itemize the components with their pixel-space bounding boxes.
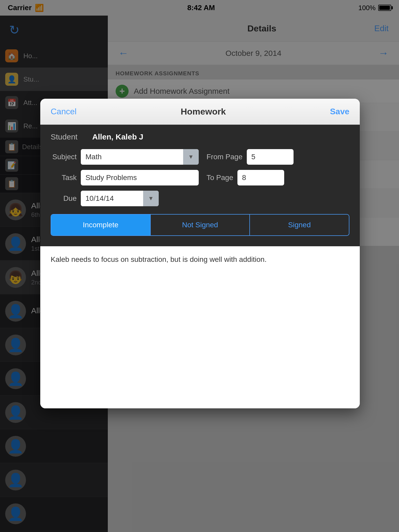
- task-input[interactable]: [81, 170, 199, 185]
- status-tabs: Incomplete Not Signed Signed: [51, 214, 349, 236]
- subject-row: Subject ▼: [51, 149, 199, 165]
- task-row: Task: [51, 170, 199, 185]
- from-page-row: From Page: [207, 149, 349, 165]
- task-label: Task: [51, 174, 77, 182]
- to-page-row: To Page: [207, 170, 349, 185]
- due-dropdown-arrow[interactable]: ▼: [143, 191, 159, 206]
- student-field-label: Student: [51, 132, 92, 141]
- subject-input[interactable]: [81, 149, 183, 165]
- modal-body: Student Allen, Kaleb J Subject ▼ From Pa…: [40, 125, 360, 246]
- modal-header: Cancel Homework Save: [40, 99, 360, 125]
- due-row: Due ▼: [51, 191, 199, 206]
- due-label: Due: [51, 194, 77, 203]
- modal-student-row: Student Allen, Kaleb J: [51, 132, 349, 141]
- from-page-label: From Page: [207, 153, 243, 161]
- student-field-value: Allen, Kaleb J: [92, 132, 143, 141]
- save-button[interactable]: Save: [330, 107, 349, 116]
- tab-not-signed[interactable]: Not Signed: [150, 215, 250, 235]
- subject-select-wrap: ▼: [81, 149, 199, 165]
- homework-modal: Cancel Homework Save Student Allen, Kale…: [40, 99, 360, 408]
- from-page-input[interactable]: [247, 149, 294, 165]
- due-input[interactable]: [81, 191, 143, 206]
- notes-textarea[interactable]: [51, 254, 349, 400]
- tab-incomplete[interactable]: Incomplete: [51, 215, 150, 235]
- due-wrap: ▼: [81, 191, 159, 206]
- cancel-button[interactable]: Cancel: [51, 107, 77, 116]
- modal-title: Homework: [181, 107, 226, 117]
- to-page-label: To Page: [207, 174, 233, 182]
- form-grid: Subject ▼ From Page Task To Page: [51, 149, 349, 206]
- subject-label: Subject: [51, 153, 77, 161]
- to-page-input[interactable]: [237, 170, 284, 185]
- tab-signed[interactable]: Signed: [249, 215, 349, 235]
- subject-dropdown-arrow[interactable]: ▼: [183, 149, 199, 165]
- modal-notes-area: [40, 246, 360, 408]
